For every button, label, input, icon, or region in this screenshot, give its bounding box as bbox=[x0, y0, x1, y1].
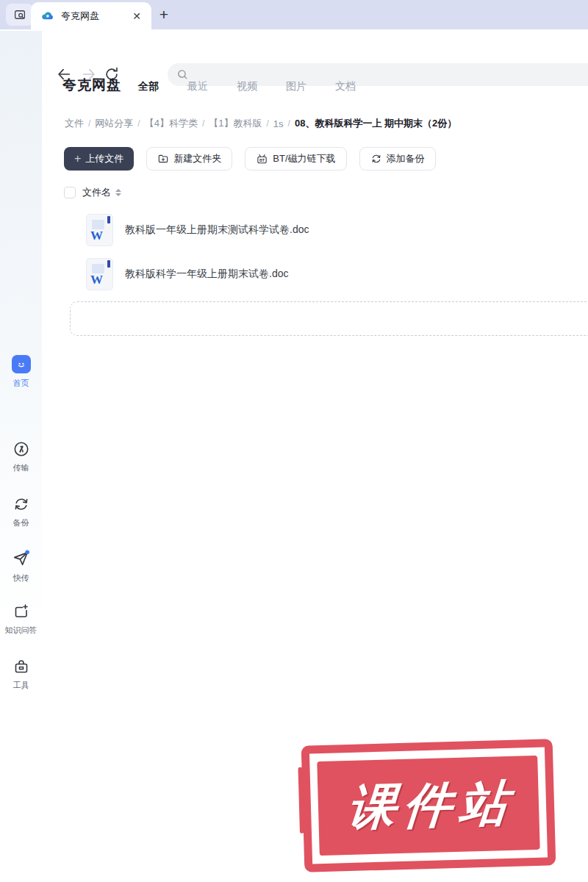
tab-recent[interactable]: 最近 bbox=[187, 80, 208, 93]
tab-all[interactable]: 全部 bbox=[138, 80, 159, 93]
sidebar-item-tools[interactable]: 工具 bbox=[0, 658, 42, 691]
page-title: 夸克网盘 bbox=[62, 76, 121, 95]
watermark-stamp: 课件站 bbox=[301, 739, 556, 872]
bt-magnet-download-button[interactable]: BT BT/磁力链下载 bbox=[245, 147, 346, 171]
new-folder-icon bbox=[157, 153, 169, 165]
file-list-header: 文件名 bbox=[64, 186, 121, 199]
sidebar-item-transfer[interactable]: 传输 bbox=[0, 440, 42, 473]
tab-close-icon[interactable]: ✕ bbox=[129, 10, 144, 23]
home-smiley-icon bbox=[12, 355, 31, 373]
new-folder-button[interactable]: 新建文件夹 bbox=[146, 147, 232, 171]
action-buttons: + 上传文件 新建文件夹 BT BT/磁力链下载 添加备份 bbox=[64, 147, 436, 171]
tab-search-button[interactable] bbox=[6, 4, 33, 26]
add-backup-button[interactable]: 添加备份 bbox=[359, 147, 436, 171]
breadcrumb-current: 08、教科版科学一上 期中期末（2份） bbox=[295, 117, 456, 130]
tab-search-icon bbox=[13, 8, 26, 21]
breadcrumb-separator: / bbox=[88, 118, 90, 129]
sidebar-label: 首页 bbox=[13, 378, 29, 389]
sidebar-item-home[interactable]: 首页 bbox=[0, 355, 42, 389]
quark-drive-window: 夸克网盘 ✕ + 首页 bbox=[0, 0, 588, 882]
breadcrumb-link[interactable]: 1s bbox=[273, 118, 284, 129]
backup-sync-icon bbox=[12, 495, 30, 513]
quark-logo-icon bbox=[40, 9, 54, 23]
sidebar-label: 工具 bbox=[13, 680, 29, 691]
breadcrumb-link[interactable]: 【1】教科版 bbox=[209, 117, 262, 130]
stamp-inner: 课件站 bbox=[317, 756, 539, 856]
plus-icon: + bbox=[74, 152, 81, 165]
sidebar-item-backup[interactable]: 备份 bbox=[0, 495, 42, 528]
word-doc-icon: W bbox=[86, 214, 113, 246]
sort-icon[interactable] bbox=[115, 189, 121, 196]
svg-text:BT: BT bbox=[259, 157, 265, 162]
breadcrumb-link[interactable]: 文件 bbox=[65, 117, 84, 130]
knowledge-box-icon bbox=[12, 603, 30, 620]
sidebar: 首页 传输 备份 快传 bbox=[0, 31, 42, 882]
sidebar-label: 备份 bbox=[13, 517, 29, 528]
breadcrumb-separator: / bbox=[267, 118, 269, 129]
file-name: 教科版科学一年级上册期末试卷.doc bbox=[125, 268, 288, 281]
browser-nav-bar bbox=[0, 29, 588, 60]
browser-tab-bar: 夸克网盘 ✕ + bbox=[0, 0, 588, 29]
breadcrumb-separator: / bbox=[137, 118, 140, 129]
stamp-text: 课件站 bbox=[340, 770, 518, 842]
file-row[interactable]: W 教科版科学一年级上册期末试卷.doc bbox=[64, 254, 578, 295]
breadcrumb-separator: / bbox=[288, 118, 290, 129]
search-icon bbox=[176, 68, 189, 81]
sidebar-label: 快传 bbox=[13, 573, 29, 584]
add-backup-icon bbox=[370, 153, 382, 165]
paper-plane-icon bbox=[12, 549, 31, 568]
breadcrumb: 文件 / 网站分享 / 【4】科学类 / 【1】教科版 / 1s / 08、教科… bbox=[65, 117, 456, 130]
breadcrumb-link[interactable]: 【4】科学类 bbox=[145, 117, 198, 130]
upload-drop-zone[interactable] bbox=[70, 301, 588, 336]
file-row[interactable]: W 教科版一年级上册期末测试科学试卷.doc bbox=[64, 209, 578, 251]
breadcrumb-separator: / bbox=[202, 118, 204, 129]
select-all-checkbox[interactable] bbox=[64, 187, 76, 198]
sidebar-item-knowledge-qa[interactable]: 知识问答 bbox=[0, 603, 42, 636]
tab-title: 夸克网盘 bbox=[61, 10, 129, 23]
tab-document[interactable]: 文档 bbox=[335, 80, 356, 93]
tab-image[interactable]: 图片 bbox=[286, 80, 306, 93]
sidebar-item-quick-transfer[interactable]: 快传 bbox=[0, 549, 42, 584]
toolbox-icon bbox=[12, 658, 30, 675]
tab-video[interactable]: 视频 bbox=[237, 80, 257, 93]
transfer-icon bbox=[12, 440, 30, 458]
filter-tabs: 全部 最近 视频 图片 文档 bbox=[138, 80, 356, 93]
breadcrumb-link[interactable]: 网站分享 bbox=[95, 117, 133, 130]
sidebar-label: 知识问答 bbox=[5, 625, 37, 636]
filename-column-header: 文件名 bbox=[82, 186, 111, 199]
upload-file-button[interactable]: + 上传文件 bbox=[64, 147, 134, 171]
badge-dot bbox=[25, 551, 29, 555]
sidebar-label: 传输 bbox=[13, 462, 29, 473]
browser-tab-active[interactable]: 夸克网盘 ✕ bbox=[31, 2, 151, 29]
new-tab-button[interactable]: + bbox=[154, 5, 173, 24]
word-doc-icon: W bbox=[86, 258, 113, 290]
bt-download-icon: BT bbox=[256, 153, 268, 165]
file-name: 教科版一年级上册期末测试科学试卷.doc bbox=[125, 223, 309, 237]
